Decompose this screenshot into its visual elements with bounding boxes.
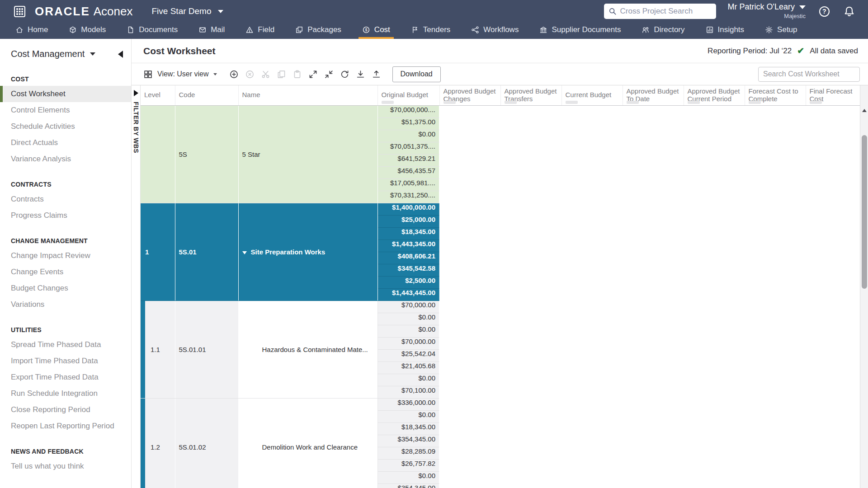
value-cell[interactable]: $1,443,345.00	[378, 240, 440, 252]
notifications-button[interactable]	[843, 5, 855, 18]
column-header-approved-budget-current-period[interactable]: Approved Budget Current Period	[684, 85, 745, 105]
remove-button[interactable]	[245, 70, 255, 79]
value-cell[interactable]: $408,606.21	[378, 252, 440, 264]
value-cell[interactable]: $0.00	[378, 325, 440, 338]
user-menu[interactable]: Mr Patrick O'Leary Majestic	[728, 2, 806, 20]
nav-item-home[interactable]: Home	[15, 21, 48, 39]
value-cell[interactable]: $28,285.09	[378, 447, 440, 460]
sidebar-item-change-impact-review[interactable]: Change Impact Review	[0, 248, 131, 264]
value-cell[interactable]: $70,051,375....	[378, 142, 440, 155]
collapse-triangle-icon[interactable]	[242, 251, 247, 254]
value-cell[interactable]: $70,000.00	[378, 338, 440, 350]
value-cell[interactable]: $25,000.00	[378, 216, 440, 228]
sidebar-collapse-icon[interactable]	[118, 51, 123, 58]
collapse-all-button[interactable]	[324, 70, 334, 79]
sidebar-item-tell-us-what-you-think[interactable]: Tell us what you think	[0, 458, 131, 474]
sidebar-item-close-reporting-period[interactable]: Close Reporting Period	[0, 402, 131, 418]
copy-button[interactable]	[277, 70, 286, 79]
level-cell[interactable]: 1.1	[141, 301, 175, 399]
value-cell[interactable]: $17,005,981....	[378, 179, 440, 191]
table-row-1.2[interactable]: 1.25S.01.02Demolition Work and Clearance…	[141, 399, 860, 488]
level-cell[interactable]	[141, 105, 175, 203]
value-cell[interactable]: $26,757.82	[378, 460, 440, 472]
nav-item-field[interactable]: Field	[245, 21, 274, 39]
table-row-5s[interactable]: 5S5 Star$70,000,000....$51,375.00$0.00$7…	[141, 105, 860, 203]
expand-all-button[interactable]	[308, 70, 318, 79]
nav-item-supplier-documents[interactable]: Supplier Documents	[539, 21, 621, 39]
worksheet-search-input[interactable]	[758, 67, 860, 82]
project-selector[interactable]: Five Star Demo	[152, 6, 223, 16]
code-cell[interactable]: 5S.01.01	[175, 301, 238, 399]
column-header-forecast-cost-to-complete[interactable]: Forecast Cost to Complete	[745, 85, 806, 105]
add-button[interactable]	[229, 70, 239, 79]
name-cell[interactable]: Hazardous & Contaminated Mate...	[238, 301, 377, 399]
value-cell[interactable]: $0.00	[378, 411, 440, 423]
level-cell[interactable]: 1	[141, 203, 175, 301]
name-cell[interactable]: 5 Star	[238, 105, 377, 203]
value-cell[interactable]: $70,331,250....	[378, 191, 440, 203]
export-button[interactable]	[356, 70, 365, 79]
sidebar-item-progress-claims[interactable]: Progress Claims	[0, 207, 131, 224]
view-selector[interactable]: View: User view	[143, 70, 217, 79]
value-cell[interactable]: $70,000,000....	[378, 106, 440, 118]
sidebar-item-spread-time-phased-data[interactable]: Spread Time Phased Data	[0, 337, 131, 353]
value-cell[interactable]: $1,443,445.00	[378, 289, 440, 301]
column-header-name[interactable]: Name	[238, 85, 377, 105]
table-row-1.1[interactable]: 1.15S.01.01Hazardous & Contaminated Mate…	[141, 301, 860, 399]
value-cell[interactable]: $0.00	[378, 374, 440, 386]
code-cell[interactable]: 5S.01	[175, 203, 238, 301]
name-cell[interactable]: Demolition Work and Clearance	[238, 399, 377, 488]
nav-item-insights[interactable]: Insights	[706, 21, 745, 39]
value-cell[interactable]: $51,375.00	[378, 118, 440, 130]
filter-by-wbs-panel[interactable]: FILTER BY WBS	[132, 85, 141, 488]
sidebar-item-control-elements[interactable]: Control Elements	[0, 102, 131, 118]
nav-item-documents[interactable]: Documents	[127, 21, 178, 39]
value-cell[interactable]: $0.00	[378, 313, 440, 325]
nav-item-directory[interactable]: Directory	[642, 21, 684, 39]
code-cell[interactable]: 5S.01.02	[175, 399, 238, 488]
nav-item-mail[interactable]: Mail	[198, 21, 225, 39]
nav-item-cost[interactable]: $Cost	[362, 21, 390, 39]
sidebar-item-variations[interactable]: Variations	[0, 296, 131, 313]
column-header-approved-budget-changes[interactable]: Approved Budget Changes	[439, 85, 500, 105]
sidebar-item-cost-worksheet[interactable]: Cost Worksheet	[0, 86, 131, 102]
value-cell[interactable]: $0.00	[378, 130, 440, 142]
scroll-up-icon[interactable]	[862, 109, 867, 112]
value-cell[interactable]: $2,500.00	[378, 277, 440, 289]
name-cell[interactable]: Site Preparation Works	[238, 203, 377, 301]
value-cell[interactable]: $345,542.58	[378, 264, 440, 277]
download-button[interactable]: Download	[392, 66, 441, 82]
sidebar-item-change-events[interactable]: Change Events	[0, 264, 131, 280]
scrollbar-thumb[interactable]	[862, 135, 867, 289]
cross-project-search-input[interactable]	[620, 7, 712, 16]
sidebar-item-contracts[interactable]: Contracts	[0, 191, 131, 207]
column-header-current-budget[interactable]: Current Budget	[561, 85, 623, 105]
cut-button[interactable]	[261, 70, 270, 79]
column-header-final-forecast-cost[interactable]: Final Forecast Cost	[806, 85, 860, 105]
code-cell[interactable]: 5S	[175, 105, 238, 203]
nav-item-tenders[interactable]: Tenders	[411, 21, 450, 39]
sidebar-item-budget-changes[interactable]: Budget Changes	[0, 280, 131, 296]
value-cell[interactable]: $70,100.00	[378, 386, 440, 399]
value-cell[interactable]: $70,000.00	[378, 301, 440, 313]
help-button[interactable]: ?	[818, 5, 830, 18]
sidebar-item-run-schedule-integration[interactable]: Run Schedule Integration	[0, 385, 131, 402]
column-header-code[interactable]: Code	[175, 85, 238, 105]
sidebar-item-import-time-phased-data[interactable]: Import Time Phased Data	[0, 353, 131, 369]
refresh-button[interactable]	[340, 70, 349, 79]
sidebar-item-variance-analysis[interactable]: Variance Analysis	[0, 151, 131, 167]
nav-item-workflows[interactable]: Workflows	[471, 21, 519, 39]
value-cell[interactable]: $354,345.00	[378, 484, 440, 488]
value-cell[interactable]: $18,345.00	[378, 228, 440, 240]
value-cell[interactable]: $336,000.00	[378, 399, 440, 411]
column-header-level[interactable]: Level	[141, 85, 175, 105]
nav-item-setup[interactable]: Setup	[765, 21, 797, 39]
value-cell[interactable]: $354,345.00	[378, 435, 440, 447]
nav-item-packages[interactable]: Packages	[295, 21, 341, 39]
value-cell[interactable]: $641,529.21	[378, 155, 440, 167]
column-header-approved-budget-to-date[interactable]: Approved Budget To Date	[623, 85, 684, 105]
vertical-scrollbar[interactable]	[860, 85, 868, 488]
sidebar-item-reopen-last-reporting-period[interactable]: Reopen Last Reporting Period	[0, 418, 131, 434]
value-cell[interactable]: $25,542.04	[378, 350, 440, 362]
import-button[interactable]	[372, 70, 381, 79]
